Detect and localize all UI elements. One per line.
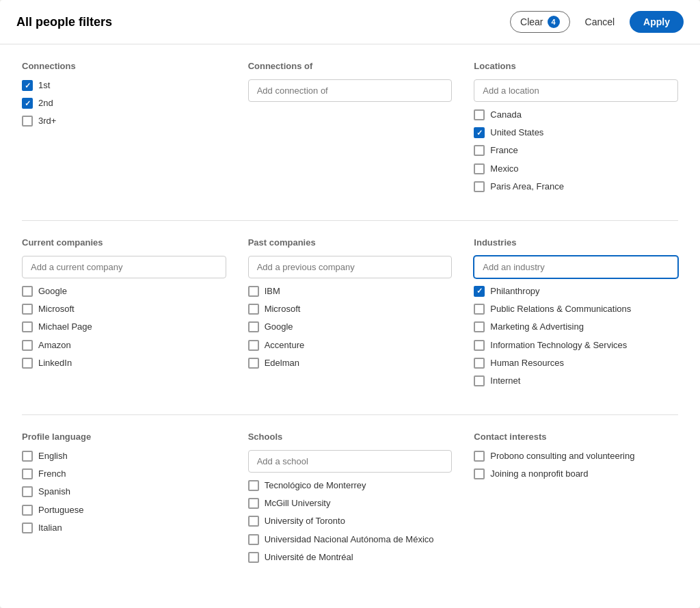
current-company-input[interactable] [22,256,226,278]
checkbox-item-2nd[interactable]: 2nd [22,97,226,109]
checkbox-label-italian: Italian [38,522,62,534]
locations-input[interactable] [474,79,678,102]
checkbox-toronto[interactable] [248,516,259,527]
checkbox-3rd[interactable] [22,116,33,127]
checkbox-2nd[interactable] [22,98,33,109]
checkbox-english[interactable] [22,451,33,462]
past-companies-title: Past companies [248,237,453,248]
checkbox-unam[interactable] [248,534,259,545]
checkbox-item-nonprofit[interactable]: Joining a nonprofit board [474,468,678,480]
industries-section: Industries PhilanthropyPublic Relations … [474,237,678,393]
checkbox-item-microsoft[interactable]: Microsoft [22,303,226,315]
cancel-button[interactable]: Cancel [576,12,625,31]
checkbox-label-portuguese: Portuguese [38,504,84,516]
checkbox-paris[interactable] [474,181,485,192]
checkbox-portuguese[interactable] [22,505,33,516]
checkbox-accenture[interactable] [248,340,259,351]
checkbox-probono[interactable] [474,451,485,462]
checkbox-hr[interactable] [474,358,485,369]
checkbox-item-marketing[interactable]: Marketing & Advertising [474,321,678,333]
checkbox-item-probono[interactable]: Probono consulting and volunteering [474,450,678,462]
checkbox-label-marketing: Marketing & Advertising [490,321,584,333]
checkbox-item-mexico[interactable]: Mexico [474,163,678,175]
checkbox-item-tec[interactable]: Tecnológico de Monterrey [248,479,453,492]
checkbox-label-tec: Tecnológico de Monterrey [265,479,366,492]
checkbox-philanthropy[interactable] [474,286,485,297]
checkbox-item-us[interactable]: United States [474,127,678,139]
apply-button[interactable]: Apply [630,11,684,33]
checkbox-amazon[interactable] [22,340,33,351]
checkbox-item-montreal[interactable]: Université de Montréal [248,551,453,564]
checkbox-france[interactable] [474,145,485,156]
checkbox-mcgill[interactable] [248,498,259,509]
checkbox-ibm[interactable] [248,286,259,297]
connections-of-input[interactable] [248,79,453,102]
checkbox-label-michael_page: Michael Page [38,321,92,333]
clear-button[interactable]: Clear 4 [510,11,569,33]
checkbox-item-amazon[interactable]: Amazon [22,339,226,352]
checkbox-label-mexico: Mexico [490,163,518,175]
checkbox-item-italian[interactable]: Italian [22,522,226,534]
checkbox-us[interactable] [474,127,485,138]
checkbox-item-hr[interactable]: Human Resources [474,357,678,369]
checkbox-label-canada: Canada [490,109,522,121]
checkbox-label-unam: Universidad Nacional Autónoma de México [265,533,434,546]
header-actions: Clear 4 Cancel Apply [510,11,684,33]
checkbox-label-1st: 1st [38,79,50,92]
checkbox-marketing[interactable] [474,321,485,332]
checkbox-item-edelman[interactable]: Edelman [248,357,453,369]
checkbox-label-pr: Public Relations & Communications [490,303,631,315]
checkbox-item-spanish[interactable]: Spanish [22,486,226,498]
checkbox-microsoft[interactable] [22,304,33,315]
industries-input[interactable] [474,256,678,278]
checkbox-item-google[interactable]: Google [22,285,226,298]
checkbox-item-mcgill[interactable]: McGill University [248,497,453,510]
checkbox-item-1st[interactable]: 1st [22,79,226,92]
checkbox-item-english[interactable]: English [22,450,226,462]
checkbox-item-toronto[interactable]: University of Toronto [248,515,453,527]
checkbox-item-canada[interactable]: Canada [474,109,678,121]
checkbox-item-portuguese[interactable]: Portuguese [22,504,226,516]
checkbox-item-pr[interactable]: Public Relations & Communications [474,303,678,315]
checkbox-michael_page[interactable] [22,321,33,332]
checkbox-label-edelman: Edelman [265,357,299,369]
checkbox-pr[interactable] [474,304,485,315]
checkbox-tec[interactable] [248,480,259,491]
checkbox-item-google2[interactable]: Google [248,321,453,333]
checkbox-item-france[interactable]: France [474,144,678,157]
checkbox-item-accenture[interactable]: Accenture [248,339,453,352]
checkbox-edelman[interactable] [248,358,259,369]
checkbox-label-ibm: IBM [265,285,280,298]
checkbox-item-it[interactable]: Information Technology & Services [474,339,678,352]
checkbox-linkedin[interactable] [22,358,33,369]
checkbox-microsoft2[interactable] [248,304,259,315]
checkbox-nonprofit[interactable] [474,468,485,479]
checkbox-item-microsoft2[interactable]: Microsoft [248,303,453,315]
checkbox-italian[interactable] [22,523,33,533]
checkbox-label-france: France [490,144,517,157]
checkbox-item-philanthropy[interactable]: Philanthropy [474,285,678,298]
checkbox-mexico[interactable] [474,163,485,174]
checkbox-item-3rd[interactable]: 3rd+ [22,115,226,127]
checkbox-french[interactable] [22,468,33,479]
checkbox-item-michael_page[interactable]: Michael Page [22,321,226,333]
past-company-input[interactable] [248,256,453,278]
checkbox-montreal[interactable] [248,552,259,563]
checkbox-google2[interactable] [248,321,259,332]
school-input[interactable] [248,450,453,473]
checkbox-label-it: Information Technology & Services [490,339,627,352]
checkbox-internet[interactable] [474,375,485,386]
checkbox-item-linkedin[interactable]: LinkedIn [22,357,226,369]
checkbox-google[interactable] [22,286,33,297]
checkbox-item-internet[interactable]: Internet [474,375,678,387]
checkbox-1st[interactable] [22,80,33,91]
checkbox-item-unam[interactable]: Universidad Nacional Autónoma de México [248,533,453,546]
checkbox-label-accenture: Accenture [265,339,305,352]
modal-content: Connections 1st2nd3rd+ Connections of Lo… [0,44,700,607]
checkbox-item-paris[interactable]: Paris Area, France [474,181,678,193]
checkbox-canada[interactable] [474,109,485,120]
checkbox-spanish[interactable] [22,486,33,497]
checkbox-item-french[interactable]: French [22,468,226,480]
checkbox-it[interactable] [474,340,485,351]
checkbox-item-ibm[interactable]: IBM [248,285,453,298]
